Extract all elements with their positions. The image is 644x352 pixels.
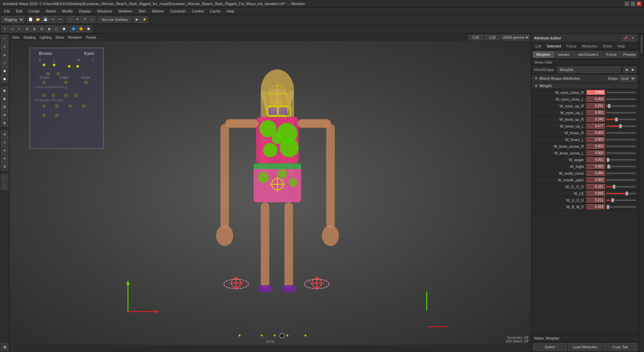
ae-close-btn[interactable]: ✕: [630, 35, 636, 41]
tb2-btn10[interactable]: 🔷: [70, 26, 77, 32]
attr-value-16[interactable]: [587, 198, 605, 203]
attr-value-12[interactable]: [587, 171, 605, 176]
attr-slider-8[interactable]: [606, 146, 636, 147]
save-btn[interactable]: 💾: [42, 16, 49, 23]
paint-tool-btn[interactable]: ✐: [1, 43, 8, 50]
vp-lighting-menu[interactable]: Lighting: [38, 35, 53, 40]
blendshape-prev-btn[interactable]: ◀: [623, 67, 629, 73]
ipr-btn[interactable]: ⚡: [141, 16, 148, 23]
attr-slider-12[interactable]: [606, 173, 636, 174]
tb2-btn2[interactable]: ◁: [9, 26, 15, 32]
attr-slider-5[interactable]: [606, 126, 636, 127]
origin-select[interactable]: local world: [619, 75, 636, 81]
menu-display[interactable]: Display: [76, 8, 94, 14]
maximize-button[interactable]: □: [631, 1, 635, 6]
lt-btn16[interactable]: ⊞: [1, 163, 8, 170]
select-tool-btn[interactable]: ↖: [1, 35, 8, 42]
tb2-btn9[interactable]: ⬢: [61, 26, 67, 32]
attr-thumb-16[interactable]: [611, 198, 614, 202]
blendshape-next-btn[interactable]: ▶: [630, 67, 636, 73]
lt-btn4[interactable]: ⬡: [1, 59, 8, 67]
minimize-button[interactable]: —: [625, 1, 629, 6]
attr-value-6[interactable]: [587, 130, 605, 135]
lt-btn9[interactable]: ▧: [1, 103, 8, 110]
attr-slider-17[interactable]: [606, 206, 636, 208]
attr-value-13[interactable]: [587, 177, 605, 182]
undo-btn[interactable]: ↩: [49, 16, 56, 23]
attr-slider-1[interactable]: [606, 99, 636, 100]
attr-thumb-2[interactable]: [608, 104, 610, 108]
vp-panels-menu[interactable]: Panels: [85, 35, 98, 40]
lt-btn12[interactable]: ⊕: [1, 131, 8, 138]
tab-skincluster1[interactable]: skinCluster1: [574, 51, 602, 58]
attr-value-7[interactable]: [587, 137, 605, 142]
menu-edit[interactable]: Edit: [13, 8, 25, 14]
attr-slider-14[interactable]: [606, 186, 636, 187]
attr-slider-10[interactable]: [606, 159, 636, 161]
attr-value-9[interactable]: [587, 150, 605, 155]
attr-slider-13[interactable]: [606, 179, 636, 181]
attr-value-5[interactable]: [587, 124, 605, 129]
attr-thumb-15[interactable]: [626, 191, 628, 196]
tb2-btn1[interactable]: ↖: [1, 26, 8, 32]
attr-slider-0[interactable]: [606, 92, 636, 93]
lt-btn7[interactable]: ▣: [1, 87, 8, 94]
attr-slider-6[interactable]: [606, 132, 636, 134]
tab-list[interactable]: List: [534, 43, 542, 49]
lt-btn17[interactable]: ⬚: [1, 174, 8, 182]
attr-slider-7[interactable]: [606, 139, 636, 140]
attr-value-11[interactable]: [587, 164, 605, 169]
select-btn[interactable]: ⬚: [67, 16, 73, 23]
attr-slider-9[interactable]: [606, 152, 636, 154]
attr-value-1[interactable]: [587, 97, 605, 102]
close-button[interactable]: ✕: [637, 1, 641, 6]
lt-btn8[interactable]: ▦: [1, 95, 8, 102]
attr-thumb-14[interactable]: [613, 185, 615, 189]
focus-btn[interactable]: Focus: [603, 51, 619, 58]
attr-slider-4[interactable]: [606, 119, 636, 120]
tb2-btn4[interactable]: ⊕: [24, 26, 30, 32]
attr-thumb-10[interactable]: [607, 158, 609, 162]
menu-windows[interactable]: Windows: [94, 8, 115, 14]
attr-value-17[interactable]: [587, 204, 605, 209]
menu-help[interactable]: Help: [224, 8, 237, 14]
hide-btn[interactable]: Hide: [545, 60, 553, 64]
menu-skin[interactable]: Skin: [136, 8, 148, 14]
select-btn[interactable]: Select: [533, 343, 567, 351]
mode-select[interactable]: Rigging: [1, 16, 24, 23]
attr-thumb-5[interactable]: [619, 124, 622, 128]
lt-btn5[interactable]: ⬢: [1, 67, 8, 75]
attr-value-10[interactable]: [587, 157, 605, 162]
lt-btn18[interactable]: ⬛: [1, 182, 8, 190]
attr-thumb-17[interactable]: [607, 205, 609, 209]
lt-btn6[interactable]: 🔲: [1, 75, 8, 83]
attr-value-14[interactable]: [587, 184, 605, 189]
menu-create[interactable]: Create: [26, 8, 42, 14]
lt-btn-bottom[interactable]: 🎭: [1, 343, 8, 351]
tb2-btn6[interactable]: ⊟: [38, 26, 45, 32]
blend-collapse-arrow[interactable]: ▼: [534, 76, 538, 80]
tb2-btn8[interactable]: ⬡: [53, 26, 60, 32]
menu-skeleton[interactable]: Skeleton: [115, 8, 135, 14]
lt-btn3[interactable]: ◈: [1, 51, 8, 59]
presets-btn[interactable]: Presets: [620, 51, 639, 58]
value1-input[interactable]: [468, 35, 483, 40]
lt-btn13[interactable]: ⊙: [1, 139, 8, 146]
value2-input[interactable]: [485, 35, 500, 40]
open-btn[interactable]: 📂: [35, 16, 41, 23]
attr-thumb-11[interactable]: [607, 165, 610, 169]
scale-btn[interactable]: ⤢: [89, 16, 95, 23]
attr-value-2[interactable]: [587, 103, 605, 108]
gamma-select[interactable]: sRGB gamma: [501, 34, 530, 40]
vp-shading-menu[interactable]: Shading: [22, 35, 37, 40]
lt-btn14[interactable]: ⊗: [1, 147, 8, 154]
attr-value-4[interactable]: [587, 117, 605, 122]
tab-help[interactable]: Help: [616, 43, 627, 49]
menu-deform[interactable]: Deform: [149, 8, 167, 14]
rotate-btn[interactable]: ↺: [81, 16, 88, 23]
attr-value-3[interactable]: [587, 110, 605, 115]
vp-renderer-menu[interactable]: Renderer: [67, 35, 83, 40]
attr-slider-3[interactable]: [606, 112, 636, 113]
attr-value-15[interactable]: [587, 191, 605, 196]
load-attributes-btn[interactable]: Load Attributes: [568, 343, 602, 351]
